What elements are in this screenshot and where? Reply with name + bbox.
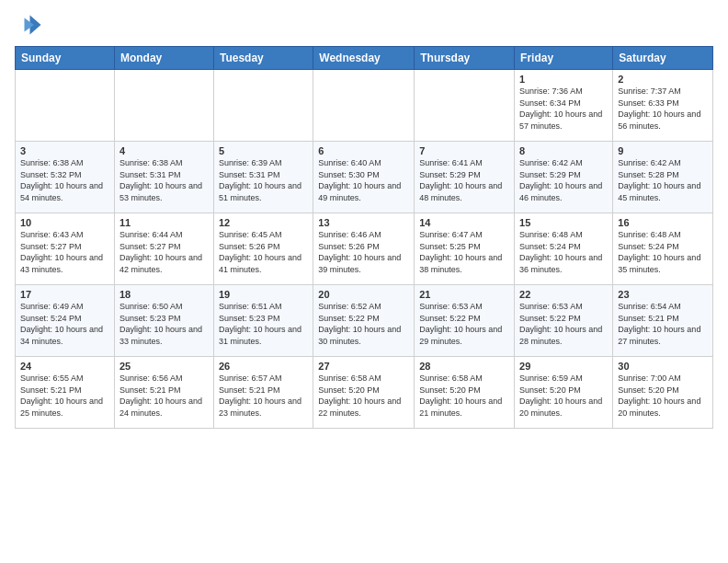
day-number: 25	[119, 361, 209, 372]
weekday-monday: Monday	[114, 47, 213, 70]
week-row-1: 1Sunrise: 7:36 AMSunset: 6:34 PMDaylight…	[16, 70, 713, 142]
day-cell: 8Sunrise: 6:42 AMSunset: 5:29 PMDaylight…	[515, 142, 613, 213]
day-cell: 26Sunrise: 6:57 AMSunset: 5:21 PMDayligh…	[213, 357, 313, 429]
day-number: 8	[519, 145, 608, 156]
day-cell: 18Sunrise: 6:50 AMSunset: 5:23 PMDayligh…	[114, 285, 213, 357]
day-number: 28	[419, 361, 509, 372]
day-cell: 7Sunrise: 6:41 AMSunset: 5:29 PMDaylight…	[415, 142, 515, 213]
weekday-sunday: Sunday	[16, 47, 115, 70]
day-number: 20	[318, 289, 409, 300]
day-number: 4	[119, 145, 209, 156]
day-cell: 28Sunrise: 6:58 AMSunset: 5:20 PMDayligh…	[415, 357, 515, 429]
day-cell: 2Sunrise: 7:37 AMSunset: 6:33 PMDaylight…	[613, 70, 713, 142]
day-info: Sunrise: 7:37 AMSunset: 6:33 PMDaylight:…	[618, 86, 708, 132]
day-info: Sunrise: 6:53 AMSunset: 5:22 PMDaylight:…	[519, 301, 608, 347]
day-number: 15	[519, 217, 608, 228]
day-number: 10	[20, 217, 109, 228]
day-number: 23	[618, 289, 708, 300]
day-cell: 11Sunrise: 6:44 AMSunset: 5:27 PMDayligh…	[114, 213, 213, 285]
weekday-friday: Friday	[515, 47, 613, 70]
day-info: Sunrise: 6:38 AMSunset: 5:32 PMDaylight:…	[20, 157, 109, 203]
day-info: Sunrise: 6:55 AMSunset: 5:21 PMDaylight:…	[20, 373, 109, 419]
day-info: Sunrise: 6:49 AMSunset: 5:24 PMDaylight:…	[20, 301, 109, 347]
weekday-header-row: SundayMondayTuesdayWednesdayThursdayFrid…	[16, 47, 713, 70]
day-info: Sunrise: 6:59 AMSunset: 5:20 PMDaylight:…	[519, 373, 608, 419]
day-number: 13	[318, 217, 409, 228]
day-number: 14	[419, 217, 509, 228]
day-cell: 1Sunrise: 7:36 AMSunset: 6:34 PMDaylight…	[515, 70, 613, 142]
day-cell: 20Sunrise: 6:52 AMSunset: 5:22 PMDayligh…	[313, 285, 415, 357]
day-cell: 15Sunrise: 6:48 AMSunset: 5:24 PMDayligh…	[515, 213, 613, 285]
day-number: 2	[618, 74, 708, 85]
day-cell	[114, 70, 213, 142]
day-cell	[16, 70, 115, 142]
day-number: 9	[618, 145, 708, 156]
day-info: Sunrise: 6:57 AMSunset: 5:21 PMDaylight:…	[219, 373, 308, 419]
day-number: 3	[20, 145, 109, 156]
day-cell: 9Sunrise: 6:42 AMSunset: 5:28 PMDaylight…	[613, 142, 713, 213]
day-info: Sunrise: 6:48 AMSunset: 5:24 PMDaylight:…	[519, 229, 608, 275]
day-cell: 27Sunrise: 6:58 AMSunset: 5:20 PMDayligh…	[313, 357, 415, 429]
day-cell: 14Sunrise: 6:47 AMSunset: 5:25 PMDayligh…	[415, 213, 515, 285]
weekday-saturday: Saturday	[613, 47, 713, 70]
day-cell: 23Sunrise: 6:54 AMSunset: 5:21 PMDayligh…	[613, 285, 713, 357]
day-info: Sunrise: 7:36 AMSunset: 6:34 PMDaylight:…	[519, 86, 608, 132]
day-number: 26	[219, 361, 308, 372]
day-cell: 30Sunrise: 7:00 AMSunset: 5:20 PMDayligh…	[613, 357, 713, 429]
day-cell: 29Sunrise: 6:59 AMSunset: 5:20 PMDayligh…	[515, 357, 613, 429]
day-info: Sunrise: 6:56 AMSunset: 5:21 PMDaylight:…	[119, 373, 209, 419]
day-info: Sunrise: 7:00 AMSunset: 5:20 PMDaylight:…	[618, 373, 708, 419]
day-cell: 6Sunrise: 6:40 AMSunset: 5:30 PMDaylight…	[313, 142, 415, 213]
weekday-tuesday: Tuesday	[213, 47, 313, 70]
day-number: 11	[119, 217, 209, 228]
day-number: 7	[419, 145, 509, 156]
day-number: 16	[618, 217, 708, 228]
day-number: 6	[318, 145, 409, 156]
day-cell	[213, 70, 313, 142]
day-info: Sunrise: 6:47 AMSunset: 5:25 PMDaylight:…	[419, 229, 509, 275]
day-cell: 24Sunrise: 6:55 AMSunset: 5:21 PMDayligh…	[16, 357, 115, 429]
day-info: Sunrise: 6:41 AMSunset: 5:29 PMDaylight:…	[419, 157, 509, 203]
week-row-3: 10Sunrise: 6:43 AMSunset: 5:27 PMDayligh…	[16, 213, 713, 285]
week-row-4: 17Sunrise: 6:49 AMSunset: 5:24 PMDayligh…	[16, 285, 713, 357]
day-info: Sunrise: 6:43 AMSunset: 5:27 PMDaylight:…	[20, 229, 109, 275]
day-info: Sunrise: 6:39 AMSunset: 5:31 PMDaylight:…	[219, 157, 308, 203]
day-cell: 3Sunrise: 6:38 AMSunset: 5:32 PMDaylight…	[16, 142, 115, 213]
day-number: 19	[219, 289, 308, 300]
logo	[15, 11, 46, 39]
day-info: Sunrise: 6:53 AMSunset: 5:22 PMDaylight:…	[419, 301, 509, 347]
day-number: 18	[119, 289, 209, 300]
day-number: 17	[20, 289, 109, 300]
day-number: 24	[20, 361, 109, 372]
day-info: Sunrise: 6:46 AMSunset: 5:26 PMDaylight:…	[318, 229, 409, 275]
day-info: Sunrise: 6:42 AMSunset: 5:28 PMDaylight:…	[618, 157, 708, 203]
day-number: 21	[419, 289, 509, 300]
day-cell: 19Sunrise: 6:51 AMSunset: 5:23 PMDayligh…	[213, 285, 313, 357]
day-number: 30	[618, 361, 708, 372]
day-cell: 17Sunrise: 6:49 AMSunset: 5:24 PMDayligh…	[16, 285, 115, 357]
day-info: Sunrise: 6:38 AMSunset: 5:31 PMDaylight:…	[119, 157, 209, 203]
day-info: Sunrise: 6:48 AMSunset: 5:24 PMDaylight:…	[618, 229, 708, 275]
day-cell: 22Sunrise: 6:53 AMSunset: 5:22 PMDayligh…	[515, 285, 613, 357]
weekday-thursday: Thursday	[415, 47, 515, 70]
day-cell: 25Sunrise: 6:56 AMSunset: 5:21 PMDayligh…	[114, 357, 213, 429]
day-info: Sunrise: 6:42 AMSunset: 5:29 PMDaylight:…	[519, 157, 608, 203]
page: SundayMondayTuesdayWednesdayThursdayFrid…	[0, 0, 728, 563]
day-number: 27	[318, 361, 409, 372]
day-number: 5	[219, 145, 308, 156]
week-row-5: 24Sunrise: 6:55 AMSunset: 5:21 PMDayligh…	[16, 357, 713, 429]
week-row-2: 3Sunrise: 6:38 AMSunset: 5:32 PMDaylight…	[16, 142, 713, 213]
day-number: 22	[519, 289, 608, 300]
day-number: 1	[519, 74, 608, 85]
day-number: 29	[519, 361, 608, 372]
day-info: Sunrise: 6:44 AMSunset: 5:27 PMDaylight:…	[119, 229, 209, 275]
day-cell: 13Sunrise: 6:46 AMSunset: 5:26 PMDayligh…	[313, 213, 415, 285]
day-cell: 16Sunrise: 6:48 AMSunset: 5:24 PMDayligh…	[613, 213, 713, 285]
day-cell: 4Sunrise: 6:38 AMSunset: 5:31 PMDaylight…	[114, 142, 213, 213]
day-cell: 5Sunrise: 6:39 AMSunset: 5:31 PMDaylight…	[213, 142, 313, 213]
day-info: Sunrise: 6:51 AMSunset: 5:23 PMDaylight:…	[219, 301, 308, 347]
day-number: 12	[219, 217, 308, 228]
weekday-wednesday: Wednesday	[313, 47, 415, 70]
logo-icon	[15, 11, 42, 39]
day-info: Sunrise: 6:45 AMSunset: 5:26 PMDaylight:…	[219, 229, 308, 275]
